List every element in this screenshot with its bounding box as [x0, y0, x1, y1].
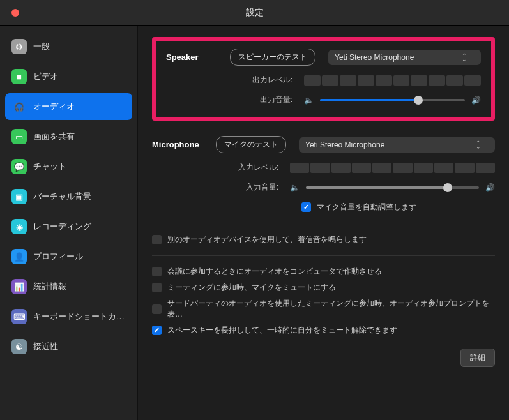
- divider: [152, 255, 495, 256]
- chevron-updown-icon: ⌃⌄: [462, 54, 466, 61]
- sidebar-item-share[interactable]: ▭画面を共有: [5, 123, 132, 150]
- sidebar-item-stats[interactable]: 📊統計情報: [5, 273, 132, 300]
- window-title: 設定: [0, 7, 509, 19]
- input-volume-slider[interactable]: [306, 186, 479, 189]
- content: ⚙一般 ■ビデオ 🎧オーディオ ▭画面を共有 💬チャット ▣バーチャル背景 ◉レ…: [0, 26, 509, 420]
- chevron-updown-icon: ⌃⌄: [476, 141, 480, 149]
- join-audio-checkbox[interactable]: [152, 267, 162, 276]
- speaker-device-value: Yeti Stereo Microphone: [335, 53, 414, 62]
- output-volume-slider[interactable]: [320, 99, 465, 101]
- headphones-icon: 🎧: [11, 99, 27, 114]
- sidebar: ⚙一般 ■ビデオ 🎧オーディオ ▭画面を共有 💬チャット ▣バーチャル背景 ◉レ…: [0, 26, 138, 420]
- sidebar-item-label: 画面を共有: [33, 131, 75, 142]
- sidebar-item-chat[interactable]: 💬チャット: [5, 153, 132, 180]
- push-unmute-label: スペースキーを長押しして、一時的に自分をミュート解除できます: [167, 325, 397, 336]
- keyboard-icon: ⌨: [11, 309, 27, 324]
- main-panel: Speaker スピーカーのテスト Yeti Stereo Microphone…: [138, 26, 509, 420]
- separate-ringtone-row[interactable]: 別のオーディオデバイスを使用して、着信音を鳴らします: [152, 234, 495, 245]
- third-party-label: サードパーティのオーディオを使用したミーティングに参加時、オーディオ参加プロンプ…: [167, 298, 495, 320]
- mic-section-label: Microphone: [152, 140, 216, 149]
- camera-icon: ■: [11, 69, 27, 84]
- gear-icon: ⚙: [11, 39, 27, 54]
- volume-high-icon: 🔊: [471, 96, 481, 105]
- sidebar-item-label: ビデオ: [33, 71, 58, 82]
- mute-on-join-label: ミーティングに参加時、マイクをミュートにする: [167, 282, 336, 293]
- sidebar-item-label: オーディオ: [33, 101, 75, 112]
- output-level-meter: [304, 75, 481, 86]
- image-icon: ▣: [11, 189, 27, 204]
- test-speaker-button[interactable]: スピーカーのテスト: [230, 49, 315, 66]
- separate-ringtone-label: 別のオーディオデバイスを使用して、着信音を鳴らします: [167, 234, 367, 245]
- record-icon: ◉: [11, 219, 27, 234]
- output-level-label: 出力レベル:: [166, 75, 304, 86]
- sidebar-item-label: 接近性: [33, 341, 58, 352]
- output-volume-label: 出力音量:: [166, 94, 304, 105]
- volume-high-icon: 🔊: [485, 183, 495, 192]
- mic-device-select[interactable]: Yeti Stereo Microphone⌃⌄: [299, 137, 495, 153]
- user-icon: 👤: [11, 249, 27, 264]
- sidebar-item-recording[interactable]: ◉レコーディング: [5, 213, 132, 240]
- chat-icon: 💬: [11, 159, 27, 174]
- share-icon: ▭: [11, 129, 27, 144]
- sidebar-item-profile[interactable]: 👤プロフィール: [5, 243, 132, 270]
- sidebar-item-label: レコーディング: [33, 221, 91, 232]
- sidebar-item-video[interactable]: ■ビデオ: [5, 63, 132, 90]
- sidebar-item-general[interactable]: ⚙一般: [5, 33, 132, 60]
- advanced-button[interactable]: 詳細: [460, 349, 495, 367]
- mute-on-join-row[interactable]: ミーティングに参加時、マイクをミュートにする: [152, 282, 495, 293]
- sidebar-item-audio[interactable]: 🎧オーディオ: [5, 93, 132, 120]
- input-level-meter: [290, 163, 495, 173]
- volume-low-icon: 🔈: [304, 96, 314, 105]
- join-audio-label: 会議に参加するときにオーディオをコンピュータで作動させる: [167, 266, 382, 277]
- push-unmute-row[interactable]: スペースキーを長押しして、一時的に自分をミュート解除できます: [152, 325, 495, 336]
- auto-adjust-label: マイク音量を自動調整します: [317, 202, 416, 213]
- auto-adjust-checkbox[interactable]: [301, 202, 311, 212]
- sidebar-item-label: プロフィール: [33, 251, 83, 262]
- sidebar-item-label: 一般: [33, 41, 50, 52]
- speaker-highlight: Speaker スピーカーのテスト Yeti Stereo Microphone…: [152, 37, 495, 121]
- sidebar-item-accessibility[interactable]: ☯接近性: [5, 333, 132, 360]
- mute-on-join-checkbox[interactable]: [152, 283, 162, 292]
- push-unmute-checkbox[interactable]: [152, 326, 162, 335]
- speaker-device-select[interactable]: Yeti Stereo Microphone⌃⌄: [328, 50, 481, 65]
- accessibility-icon: ☯: [11, 339, 27, 354]
- third-party-checkbox[interactable]: [152, 304, 162, 314]
- input-level-label: 入力レベル:: [152, 162, 290, 173]
- join-audio-row[interactable]: 会議に参加するときにオーディオをコンピュータで作動させる: [152, 266, 495, 277]
- chart-icon: 📊: [11, 279, 27, 294]
- speaker-section-label: Speaker: [166, 52, 230, 62]
- input-volume-label: 入力音量:: [152, 182, 290, 193]
- sidebar-item-keyboard[interactable]: ⌨キーボードショートカ…: [5, 303, 132, 330]
- separate-ringtone-checkbox[interactable]: [152, 235, 162, 244]
- third-party-row[interactable]: サードパーティのオーディオを使用したミーティングに参加時、オーディオ参加プロンプ…: [152, 298, 495, 320]
- titlebar: 設定: [0, 0, 509, 26]
- sidebar-item-label: キーボードショートカ…: [33, 311, 125, 322]
- test-mic-button[interactable]: マイクのテスト: [216, 136, 286, 153]
- sidebar-item-label: チャット: [33, 161, 66, 172]
- mic-device-value: Yeti Stereo Microphone: [305, 140, 384, 149]
- auto-adjust-row[interactable]: マイク音量を自動調整します: [301, 202, 495, 213]
- sidebar-item-label: バーチャル背景: [33, 191, 91, 202]
- sidebar-item-virtualbg[interactable]: ▣バーチャル背景: [5, 183, 132, 210]
- sidebar-item-label: 統計情報: [33, 281, 66, 292]
- volume-low-icon: 🔈: [290, 183, 300, 192]
